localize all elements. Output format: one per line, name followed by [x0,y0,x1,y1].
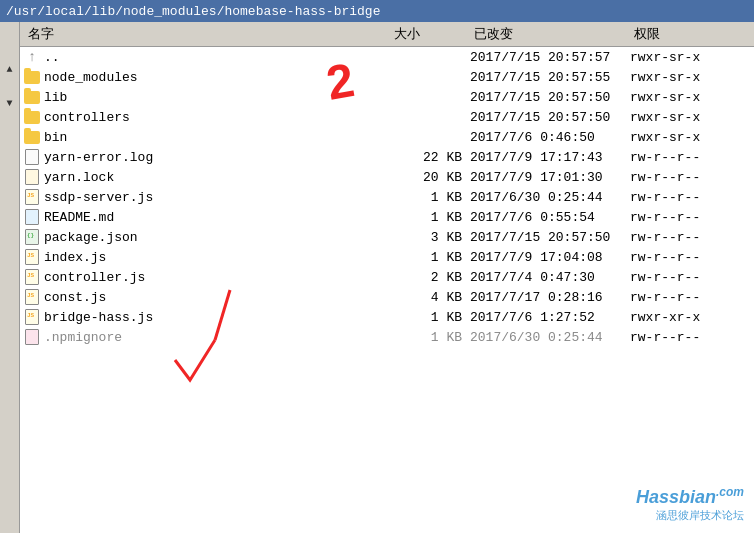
col-permissions: 权限 [630,24,750,44]
file-size: 3 KB [390,230,470,245]
list-item[interactable]: ↑ .. 2017/7/15 20:57:57 rwxr-sr-x [20,47,754,67]
file-date: 2017/7/15 20:57:57 [470,50,630,65]
js-file-icon [24,289,40,305]
file-name-label: bridge-hass.js [44,310,153,325]
file-size: 20 KB [390,170,470,185]
file-date: 2017/7/15 20:57:55 [470,70,630,85]
file-name-label: controller.js [44,270,145,285]
file-date: 2017/6/30 0:25:44 [470,330,630,345]
file-name: controller.js [24,269,390,285]
file-name: bridge-hass.js [24,309,390,325]
file-name: lib [24,89,390,105]
file-name: index.js [24,249,390,265]
list-item[interactable]: controllers 2017/7/15 20:57:50 rwxr-sr-x [20,107,754,127]
file-size: 1 KB [390,310,470,325]
folder-icon [24,89,40,105]
lock-file-icon [24,169,40,185]
file-list: ↑ .. 2017/7/15 20:57:57 rwxr-sr-x node_m… [20,47,754,533]
file-name-label: const.js [44,290,106,305]
col-size: 大小 [390,24,470,44]
file-name-label: lib [44,90,67,105]
column-headers: 名字 大小 已改变 权限 [20,22,754,47]
file-date: 2017/7/9 17:04:08 [470,250,630,265]
list-item[interactable]: controller.js 2 KB 2017/7/4 0:47:30 rw-r… [20,267,754,287]
file-date: 2017/7/15 20:57:50 [470,90,630,105]
log-file-icon [24,149,40,165]
js-file-icon [24,189,40,205]
file-name-label: README.md [44,210,114,225]
file-permissions: rw-r--r-- [630,250,750,265]
file-date: 2017/7/6 0:55:54 [470,210,630,225]
file-permissions: rwxr-xr-x [630,310,750,325]
file-name-label: yarn.lock [44,170,114,185]
file-date: 2017/7/6 1:27:52 [470,310,630,325]
file-size: 1 KB [390,250,470,265]
file-permissions: rw-r--r-- [630,210,750,225]
file-manager: ▲ ▼ 名字 大小 已改变 权限 ↑ .. 2017/7/15 20:57:57… [0,22,754,533]
parent-icon: ↑ [24,49,40,65]
file-name-label: bin [44,130,67,145]
file-name: controllers [24,109,390,125]
file-date: 2017/7/6 0:46:50 [470,130,630,145]
file-permissions: rwxr-sr-x [630,90,750,105]
file-name-label: yarn-error.log [44,150,153,165]
list-item[interactable]: bin 2017/7/6 0:46:50 rwxr-sr-x [20,127,754,147]
file-permissions: rwxr-sr-x [630,110,750,125]
col-modified: 已改变 [470,24,630,44]
file-date: 2017/7/9 17:17:43 [470,150,630,165]
file-date: 2017/7/17 0:28:16 [470,290,630,305]
file-name: ↑ .. [24,49,390,65]
list-item[interactable]: bridge-hass.js 1 KB 2017/7/6 1:27:52 rwx… [20,307,754,327]
list-item[interactable]: index.js 1 KB 2017/7/9 17:04:08 rw-r--r-… [20,247,754,267]
file-size: 1 KB [390,330,470,345]
list-item[interactable]: .npmignore 1 KB 2017/6/30 0:25:44 rw-r--… [20,327,754,347]
folder-icon [24,109,40,125]
scroll-up-btn[interactable]: ▲ [3,62,17,76]
file-name: yarn-error.log [24,149,390,165]
file-date: 2017/7/4 0:47:30 [470,270,630,285]
file-permissions: rw-r--r-- [630,170,750,185]
file-permissions: rw-r--r-- [630,330,750,345]
file-date: 2017/7/9 17:01:30 [470,170,630,185]
file-name: node_modules [24,69,390,85]
col-name: 名字 [24,24,390,44]
list-item[interactable]: node_modules 2017/7/15 20:57:55 rwxr-sr-… [20,67,754,87]
list-item[interactable]: yarn-error.log 22 KB 2017/7/9 17:17:43 r… [20,147,754,167]
file-name: yarn.lock [24,169,390,185]
file-permissions: rwxr-sr-x [630,50,750,65]
file-name: .npmignore [24,329,390,345]
file-size: 22 KB [390,150,470,165]
file-permissions: rwxr-sr-x [630,70,750,85]
folder-icon [24,129,40,145]
file-permissions: rwxr-sr-x [630,130,750,145]
file-permissions: rw-r--r-- [630,230,750,245]
list-item[interactable]: README.md 1 KB 2017/7/6 0:55:54 rw-r--r-… [20,207,754,227]
list-item[interactable]: yarn.lock 20 KB 2017/7/9 17:01:30 rw-r--… [20,167,754,187]
file-permissions: rw-r--r-- [630,150,750,165]
js-file-icon [24,309,40,325]
list-item[interactable]: ssdp-server.js 1 KB 2017/6/30 0:25:44 rw… [20,187,754,207]
list-item[interactable]: const.js 4 KB 2017/7/17 0:28:16 rw-r--r-… [20,287,754,307]
file-size: 1 KB [390,210,470,225]
file-permissions: rw-r--r-- [630,290,750,305]
file-name-label: index.js [44,250,106,265]
file-size: 2 KB [390,270,470,285]
scroll-down-btn[interactable]: ▼ [3,96,17,110]
file-name-label: package.json [44,230,138,245]
file-name-label: node_modules [44,70,138,85]
list-item[interactable]: lib 2017/7/15 20:57:50 rwxr-sr-x [20,87,754,107]
left-panel: ▲ ▼ [0,22,20,533]
list-item[interactable]: package.json 3 KB 2017/7/15 20:57:50 rw-… [20,227,754,247]
file-size: 4 KB [390,290,470,305]
file-permissions: rw-r--r-- [630,270,750,285]
file-name: ssdp-server.js [24,189,390,205]
js-file-icon [24,269,40,285]
file-name-label: .. [44,50,60,65]
md-file-icon [24,209,40,225]
file-name-label: .npmignore [44,330,122,345]
path-label: /usr/local/lib/node_modules/homebase-has… [6,4,380,19]
folder-icon [24,69,40,85]
json-file-icon [24,229,40,245]
file-name: package.json [24,229,390,245]
js-file-icon [24,249,40,265]
